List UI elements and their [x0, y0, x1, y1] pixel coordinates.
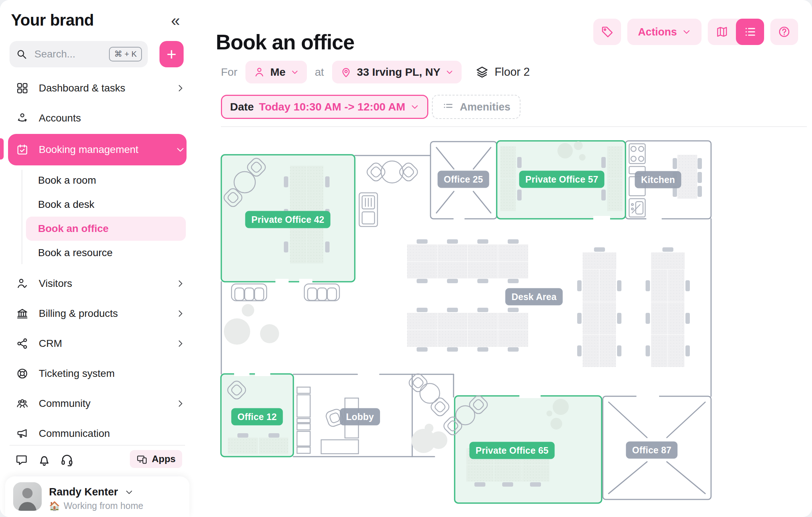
sidebar: Your brand « ⌘ + K + Dashboard & tasks A…	[0, 0, 195, 517]
sidebar-item-accounts[interactable]: Accounts	[8, 103, 187, 133]
actions-button[interactable]: Actions	[627, 19, 702, 45]
list-view-button[interactable]	[736, 19, 764, 45]
sidebar-item-label: Billing & products	[39, 308, 165, 319]
main-content: Book an office Actions For	[195, 0, 812, 517]
sidebar-item-ticketing-system[interactable]: Ticketing system	[8, 359, 187, 389]
user-name: Randy Kenter	[49, 486, 118, 498]
visitor-icon	[16, 277, 29, 290]
calendar-check-icon	[16, 143, 29, 156]
sidebar-item-label: Accounts	[39, 112, 185, 124]
actions-label: Actions	[638, 26, 677, 38]
lifebuoy-icon	[16, 367, 29, 380]
booking-submenu: Book a room Book a desk Book an office B…	[0, 166, 195, 269]
date-label: Date	[230, 101, 254, 113]
user-card[interactable]: Randy Kenter 🏠 Working from home	[5, 476, 189, 517]
headset-icon[interactable]	[60, 453, 74, 467]
apps-button[interactable]: Apps	[130, 450, 182, 468]
date-select[interactable]: Date Today 10:30 AM -> 12:00 AM	[221, 95, 428, 119]
location-select[interactable]: 33 Irving PL, NY	[332, 61, 462, 83]
add-button[interactable]: +	[159, 41, 184, 67]
list-icon	[744, 25, 757, 38]
page-title: Book an office	[216, 30, 354, 54]
amenities-button[interactable]: Amenities	[432, 95, 521, 119]
sidebar-item-label: Booking management	[39, 144, 165, 156]
for-label: For	[221, 66, 237, 78]
community-icon	[16, 397, 29, 410]
tag-icon	[601, 25, 614, 38]
date-row: Date Today 10:30 AM -> 12:00 AM Amenitie…	[221, 95, 520, 119]
help-icon	[778, 25, 791, 38]
sidebar-item-book-a-room[interactable]: Book a room	[26, 168, 187, 192]
chevron-down-icon	[682, 27, 691, 36]
sidebar-item-label: CRM	[39, 338, 165, 349]
header-divider	[221, 126, 807, 127]
sidebar-item-label: Visitors	[39, 278, 165, 289]
map-view-button[interactable]	[708, 19, 736, 45]
chevron-down-icon	[410, 102, 419, 111]
bank-icon	[16, 307, 29, 320]
chevron-down-icon	[446, 68, 454, 76]
search-box: ⌘ + K	[10, 41, 148, 67]
location-pin-icon	[340, 66, 352, 78]
chat-icon[interactable]	[15, 453, 29, 467]
view-toggle	[708, 19, 764, 45]
bell-icon[interactable]	[37, 453, 51, 467]
chevron-right-icon	[176, 399, 185, 408]
amenities-list-icon	[442, 101, 454, 113]
help-button[interactable]	[770, 19, 798, 45]
app-window: Private Office 42 Office 25 Private Offi…	[0, 0, 812, 517]
sidebar-item-billing-products[interactable]: Billing & products	[8, 299, 187, 329]
chevron-right-icon	[176, 83, 185, 93]
avatar	[13, 482, 42, 511]
chevron-right-icon	[176, 279, 185, 288]
accounts-icon	[16, 112, 29, 124]
search-input[interactable]	[34, 48, 103, 60]
chevron-right-icon	[176, 339, 185, 348]
sidebar-item-community[interactable]: Community	[8, 389, 187, 419]
sidebar-item-label: Communication	[39, 428, 185, 439]
sidebar-item-label: Community	[39, 398, 165, 409]
apps-label: Apps	[152, 453, 176, 465]
person-icon	[253, 66, 265, 78]
sidebar-item-book-an-office[interactable]: Book an office	[26, 217, 186, 241]
amenities-label: Amenities	[460, 101, 511, 113]
sidebar-item-label: Ticketing system	[39, 368, 185, 379]
sidebar-footer: Apps	[0, 445, 195, 446]
floor-value: Floor 2	[495, 65, 530, 79]
location-value: 33 Irving PL, NY	[357, 66, 440, 78]
sidebar-item-visitors[interactable]: Visitors	[8, 269, 187, 299]
floor-select[interactable]: Floor 2	[475, 65, 530, 79]
layers-icon	[475, 65, 489, 79]
at-label: at	[315, 66, 324, 78]
sidebar-menu: Dashboard & tasks Accounts Booking manag…	[0, 73, 195, 449]
sidebar-item-crm[interactable]: CRM	[8, 329, 187, 359]
chevron-down-icon[interactable]	[125, 488, 134, 497]
megaphone-icon	[16, 427, 29, 440]
status-emoji: 🏠	[49, 501, 60, 511]
header-buttons: Actions	[593, 19, 798, 45]
brand-title: Your brand	[11, 11, 94, 29]
dashboard-icon	[16, 82, 29, 94]
tags-button[interactable]	[593, 19, 621, 45]
share-icon	[16, 337, 29, 350]
search-shortcut: ⌘ + K	[109, 47, 142, 61]
sidebar-item-label: Dashboard & tasks	[39, 82, 165, 94]
collapse-sidebar-button[interactable]: «	[171, 12, 180, 29]
date-value: Today 10:30 AM -> 12:00 AM	[259, 101, 405, 113]
sidebar-item-booking-management[interactable]: Booking management	[8, 134, 187, 165]
person-select[interactable]: Me	[245, 61, 307, 83]
map-icon	[715, 25, 729, 38]
sidebar-item-book-a-resource[interactable]: Book a resource	[26, 241, 187, 265]
chevron-down-icon	[291, 68, 299, 76]
devices-icon	[136, 454, 147, 465]
sidebar-item-book-a-desk[interactable]: Book a desk	[26, 192, 187, 217]
filter-row: For Me at 33 Irving PL, NY Floor 2	[221, 61, 530, 83]
chevron-right-icon	[176, 309, 185, 318]
sidebar-item-dashboard-tasks[interactable]: Dashboard & tasks	[8, 73, 187, 103]
sidebar-item-communication[interactable]: Communication	[8, 419, 187, 449]
person-value: Me	[270, 66, 286, 78]
footer-divider	[10, 445, 185, 446]
user-status: Working from home	[64, 501, 143, 511]
chevron-down-icon	[176, 145, 185, 154]
search-icon	[15, 48, 28, 60]
